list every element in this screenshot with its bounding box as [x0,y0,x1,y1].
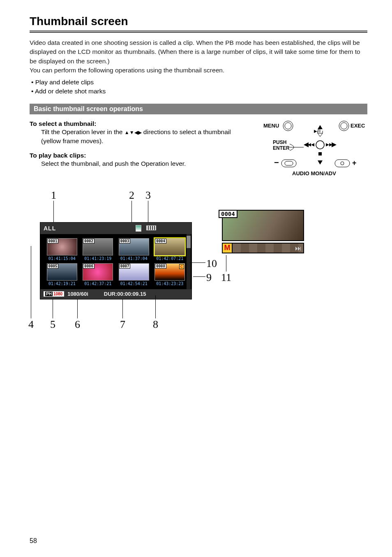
push-label: PUSH [273,139,286,145]
clip-image: 0008C [154,263,185,281]
page-title: Thumbnail screen [30,15,367,28]
svg-marker-6 [311,143,314,146]
thumbnail-clip[interactable]: 000201:41:23:19 [81,238,115,261]
clip-number-badge: 0004 [155,239,166,244]
intro-paragraph-1: Video data created in one shooting sessi… [30,38,367,66]
clip-number-badge: 0005 [47,264,59,269]
enter-label: ENTER [273,145,290,151]
lcd-header-bar: ALL [40,223,191,234]
thumbnail-clip[interactable]: 000701:42:54:21 [117,263,151,286]
svg-point-18 [341,162,344,165]
text-fragment: Tilt the Operation lever in the [41,128,125,135]
clip-image: 0001 [47,238,77,255]
format-text: 1080/60i [67,291,88,297]
clip-timecode: 01:43:23:23 [156,281,183,286]
title-rule [30,30,367,32]
callout-4: 4 [28,318,34,331]
thumbnail-clip[interactable]: 0008C01:43:23:23 [153,263,187,286]
thumbnail-clip[interactable]: 000601:42:37:21 [81,263,115,286]
format-badge: PH1080 [44,291,64,297]
menu-label: MENU [263,123,279,129]
svg-marker-11 [318,133,323,137]
clip-timecode: 01:41:37:04 [120,256,148,261]
clip-image: 0005 [47,263,77,281]
clip-preview: 0004 M ⏭ 11 [219,210,305,282]
arrow-down-icon: ▼ [129,129,134,136]
callout-5: 5 [50,318,55,331]
clip-timecode: 01:42:19:21 [48,281,76,286]
plus-label: + [352,159,357,167]
clip-image: 0003 [119,238,149,255]
clip-number-badge: 0003 [119,239,131,244]
thumbnail-clip[interactable]: 000501:42:19:21 [45,263,79,286]
thumbnail-clip[interactable]: 000101:41:15:04 [45,238,79,261]
clip-timecode: 01:42:54:21 [120,281,148,286]
clip-image: 0007 [119,263,149,281]
arrow-left-icon: ◀ [134,129,138,136]
callout-10: 10 [206,258,217,270]
callout-7: 7 [120,318,125,331]
clip-image: 0002 [83,238,113,255]
callout-2: 2 [129,189,134,202]
callout-3: 3 [145,189,151,202]
arrow-down-icon [318,160,323,165]
select-thumbnail-heading: To select a thumbnail: [30,120,252,128]
callout-11: 11 [221,272,231,284]
play-forward-icon: ⏭ [295,245,302,252]
callout-6: 6 [75,318,80,331]
page-number: 58 [30,537,37,545]
preview-clip-number: 0004 [219,210,238,218]
clip-timecode: 01:41:23:19 [84,256,111,261]
feature-item: Play and delete clips [31,78,367,87]
callout-8: 8 [153,318,158,331]
svg-rect-15 [281,160,296,167]
clip-number-badge: 0008 [155,264,166,269]
clip-number-badge: 0007 [119,264,131,269]
svg-point-1 [285,123,291,129]
clip-number-badge: 0006 [83,264,95,269]
arrow-up-icon: ▲ [125,129,129,136]
svg-rect-17 [335,160,350,167]
select-thumbnail-body: Tilt the Operation lever in the ▲▼◀▶ dir… [30,128,252,146]
minus-label: − [274,158,279,167]
callout-9: 9 [206,272,212,284]
scrollbar[interactable] [187,234,191,289]
svg-marker-8 [326,143,329,146]
intro-paragraph-2: You can perform the following operations… [30,66,367,75]
lcd-footer-bar: PH1080 1080/60i DUR:00:00:09.15 [40,289,191,299]
svg-rect-10 [318,152,322,155]
callout-1: 1 [51,189,56,202]
svg-text:▶/II: ▶/II [314,129,321,133]
exec-label: EXEC [350,123,365,129]
scrollbar-thumb[interactable] [187,236,191,248]
clip-timecode: 01:41:15:04 [48,256,76,261]
feature-list: Play and delete clips Add or delete shot… [31,78,367,96]
battery-icon [146,225,156,230]
audio-mon-adv-label: AUDIO MON/ADV [292,170,336,176]
svg-point-5 [316,141,324,149]
clip-image: 0006 [83,263,113,281]
lcd-thumbnail-diagram: 1 2 3 ALL 000101:41:15:04000201:41:23:19… [30,189,202,328]
sd-card-icon [136,225,141,232]
svg-point-3 [341,123,347,129]
lcd-screen: ALL 000101:41:15:04000201:41:23:19000301… [40,222,192,299]
thumbnail-clip[interactable]: 000401:42:07:21 [153,238,187,261]
clip-timecode: 01:42:07:21 [156,256,183,261]
preview-filmstrip: ⏭ [233,243,304,253]
clip-number-badge: 0001 [47,239,59,244]
thumbnail-clip[interactable]: 000301:41:37:04 [117,238,151,261]
clip-image: 0004 [154,238,185,255]
thumbnail-grid: 000101:41:15:04000201:41:23:19000301:41:… [40,234,191,289]
play-clips-body: Select the thumbnail, and push the Opera… [30,159,252,168]
svg-rect-16 [285,161,293,165]
shot-mark-badge: M [222,243,233,253]
control-panel-diagram: MENU EXEC PUSH ENTER ▶ [263,120,365,178]
filter-all-label: ALL [44,225,56,232]
play-clips-heading: To play back clips: [30,152,252,159]
duration-text: DUR:00:00:09.15 [104,291,146,297]
clip-number-badge: 0002 [83,239,95,244]
clip-mark-icon: C [179,264,184,269]
section-heading: Basic thumbnail screen operations [30,104,367,114]
arrow-right-icon: ▶ [138,129,142,136]
feature-item: Add or delete shot marks [31,87,367,96]
